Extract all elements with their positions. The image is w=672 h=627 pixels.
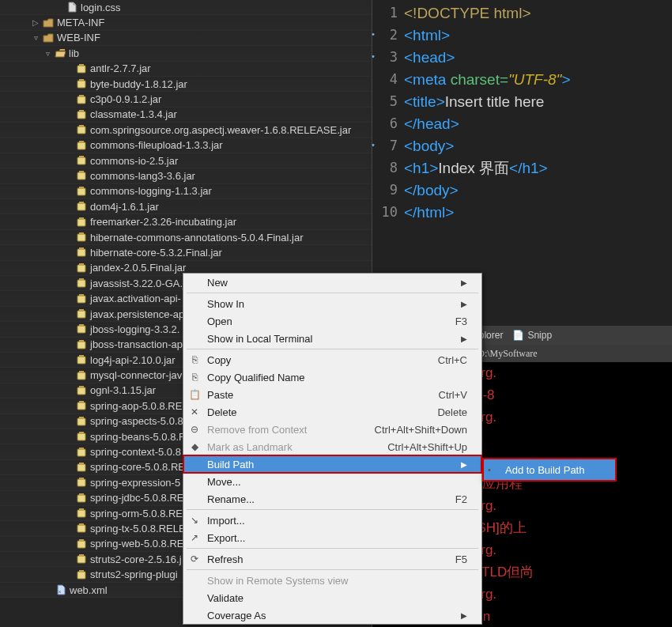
- code-line[interactable]: <body>: [404, 134, 672, 157]
- line-number: 3: [372, 46, 398, 68]
- tree-label: WEB-INF: [57, 32, 100, 43]
- menu-item-paste[interactable]: 📋PasteCtrl+V: [183, 386, 481, 403]
- jar-icon: [76, 170, 87, 181]
- menu-item-open[interactable]: OpenF3: [183, 312, 481, 330]
- tree-item-jar[interactable]: byte-buddy-1.8.12.jar: [0, 77, 372, 92]
- tree-item-jar[interactable]: commons-lang3-3.6.jar: [0, 168, 372, 183]
- menu-item-new[interactable]: New▶: [183, 274, 481, 291]
- menu-item-rename-[interactable]: Rename...F2: [183, 490, 481, 508]
- jar-icon: [76, 553, 87, 565]
- jar-icon: [76, 232, 87, 243]
- jar-icon: [76, 78, 87, 89]
- code-editor[interactable]: 12345678910 <!DOCTYPE html><html><head><…: [372, 0, 672, 223]
- menu-separator: [187, 548, 478, 549]
- tree-label: lib: [69, 47, 79, 59]
- menu-label: Build Path: [207, 459, 254, 470]
- menu-item-import-[interactable]: ↘Import...: [183, 512, 481, 529]
- tree-label: javax.activation-api-: [90, 293, 181, 304]
- menu-item-show-in[interactable]: Show In▶: [183, 295, 481, 312]
- code-line[interactable]: </html>: [404, 201, 672, 223]
- menu-label: Show in Remote Systems view: [207, 575, 348, 587]
- code-line[interactable]: <html>: [404, 24, 672, 46]
- code-line[interactable]: <title>Insert title here: [404, 90, 672, 112]
- folder-icon: [43, 32, 54, 43]
- menu-item-show-in-local-terminal[interactable]: Show in Local Terminal▶: [183, 330, 481, 347]
- tree-label: commons-io-2.5.jar: [90, 155, 178, 167]
- jar-icon: [76, 385, 87, 396]
- code-line[interactable]: </body>: [404, 179, 672, 201]
- tree-item-jar[interactable]: freemarker-2.3.26-incubating.jar: [0, 214, 372, 229]
- line-number: 1: [372, 2, 398, 24]
- code-lines[interactable]: <!DOCTYPE html><html><head><meta charset…: [404, 2, 672, 223]
- menu-label: Mark as Landmark: [207, 441, 293, 453]
- tree-item-jar[interactable]: com.springsource.org.aspectj.weaver-1.6.…: [0, 123, 372, 138]
- menu-item-validate[interactable]: Validate: [183, 589, 481, 606]
- menu-label: Add to Build Path: [505, 464, 584, 476]
- jar-icon: [76, 323, 87, 334]
- tree-item-jar[interactable]: hibernate-core-5.3.2.Final.jar: [0, 245, 372, 260]
- tree-item[interactable]: ▷ META-INF: [0, 15, 372, 30]
- code-line[interactable]: <!DOCTYPE html>: [404, 2, 672, 24]
- menu-label: Paste: [207, 389, 233, 401]
- menu-item-remove-from-context: ⊖Remove from ContextCtrl+Alt+Shift+Down: [183, 421, 481, 438]
- submenu-build-path[interactable]: • Add to Build Path: [482, 458, 617, 482]
- twisty-icon[interactable]: ▷: [32, 18, 40, 27]
- menu-item-export-[interactable]: ↗Export...: [183, 529, 481, 546]
- menu-item-coverage-as[interactable]: Coverage As▶: [183, 606, 481, 624]
- code-line[interactable]: <h1>Index 界面</h1>: [404, 157, 672, 179]
- menu-item-move-[interactable]: Move...: [183, 473, 481, 490]
- jar-icon: [76, 339, 87, 350]
- tree-item[interactable]: login.css: [0, 0, 372, 15]
- menu-item-delete[interactable]: ✕DeleteDelete: [183, 403, 481, 421]
- jar-icon: [76, 94, 87, 105]
- code-line[interactable]: </head>: [404, 112, 672, 134]
- tree-label: web.xml: [70, 584, 108, 596]
- tree-label: spring-web-5.0.8.RE: [90, 538, 184, 550]
- file-icon: [66, 2, 77, 13]
- tree-label: javassist-3.22.0-GA.j: [90, 278, 185, 289]
- tree-label: classmate-1.3.4.jar: [90, 108, 177, 120]
- menu-item-build-path[interactable]: Build Path▶: [183, 455, 481, 473]
- menu-icon: ⟳: [188, 553, 201, 565]
- tree-label: spring-tx-5.0.8.RELE: [90, 523, 186, 534]
- menu-item-copy-qualified-name[interactable]: ⎘Copy Qualified Name: [183, 368, 481, 386]
- menu-icon: ✕: [188, 406, 201, 417]
- tree-item-jar[interactable]: commons-fileupload-1.3.3.jar: [0, 138, 372, 153]
- tree-item[interactable]: ▿ lib: [0, 46, 372, 61]
- menu-item-show-in-remote-systems-view: Show in Remote Systems view: [183, 572, 481, 589]
- code-line[interactable]: <head>: [404, 46, 672, 68]
- menu-label: Export...: [207, 532, 245, 544]
- jar-icon: [76, 293, 87, 304]
- tree-item-jar[interactable]: c3p0-0.9.1.2.jar: [0, 92, 372, 107]
- menu-shortcut: F5: [455, 553, 467, 565]
- jar-icon: [76, 493, 87, 504]
- tree-item-jar[interactable]: antlr-2.7.7.jar: [0, 62, 372, 77]
- twisty-icon[interactable]: ▿: [43, 49, 51, 58]
- tree-label: commons-logging-1.1.3.jar: [90, 185, 212, 197]
- tree-item-jar[interactable]: dom4j-1.6.1.jar: [0, 199, 372, 214]
- tree-item-jar[interactable]: hibernate-commons-annotations-5.0.4.Fina…: [0, 230, 372, 245]
- twisty-icon[interactable]: ▿: [32, 33, 40, 42]
- jar-icon: [76, 508, 87, 519]
- tree-label: jboss-transaction-ap: [90, 338, 183, 350]
- context-menu[interactable]: New▶ Show In▶ OpenF3 Show in Local Termi…: [183, 273, 482, 625]
- menu-item-refresh[interactable]: ⟳RefreshF5: [183, 550, 481, 568]
- tree-item-jar[interactable]: commons-logging-1.1.3.jar: [0, 184, 372, 199]
- tree-item[interactable]: ▿ WEB-INF: [0, 31, 372, 46]
- tab-snippets[interactable]: 📄 Snipp: [512, 330, 552, 341]
- submenu-item-add-to-build-path[interactable]: • Add to Build Path: [483, 459, 616, 481]
- menu-shortcut: Ctrl+Alt+Shift+Down: [375, 424, 467, 436]
- line-number: 8: [372, 157, 398, 179]
- tree-item-jar[interactable]: classmate-1.3.4.jar: [0, 108, 372, 123]
- snippet-icon: 📄: [512, 330, 524, 341]
- tree-label: hibernate-commons-annotations-5.0.4.Fina…: [90, 232, 304, 244]
- tree-label: commons-lang3-3.6.jar: [90, 170, 195, 182]
- menu-item-copy[interactable]: ⎘CopyCtrl+C: [183, 351, 481, 368]
- tree-item-jar[interactable]: commons-io-2.5.jar: [0, 153, 372, 168]
- menu-shortcut: Delete: [437, 406, 467, 418]
- tree-label: hibernate-core-5.3.2.Final.jar: [90, 247, 222, 259]
- tree-label: spring-expression-5: [90, 477, 180, 489]
- jar-icon: [76, 186, 87, 197]
- jar-icon: [76, 201, 87, 212]
- code-line[interactable]: <meta charset="UTF-8">: [404, 68, 672, 90]
